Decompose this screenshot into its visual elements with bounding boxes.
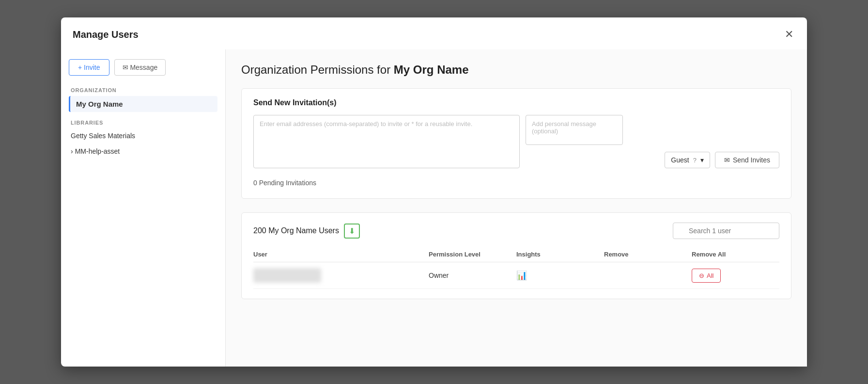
send-invites-label: Send Invites (733, 156, 770, 164)
sidebar-item-org[interactable]: My Org Name (69, 96, 217, 112)
table-header: User Permission Level Insights Remove Re… (253, 247, 779, 262)
invitation-title: Send New Invitation(s) (253, 98, 779, 107)
insights-cell[interactable]: 📊 (516, 270, 604, 281)
sidebar: + Invite ✉ Message ORGANIZATION My Org N… (61, 49, 226, 367)
remove-all-button[interactable]: ⊖ All (692, 269, 721, 283)
libraries-section-label: LIBRARIES (71, 120, 217, 126)
manage-users-modal: Manage Users ✕ + Invite ✉ Message ORGANI… (61, 17, 807, 367)
modal-body: + Invite ✉ Message ORGANIZATION My Org N… (61, 49, 807, 367)
main-content: Organization Permissions for My Org Name… (226, 49, 807, 367)
page-title: Organization Permissions for My Org Name (241, 63, 791, 77)
sidebar-actions: + Invite ✉ Message (69, 59, 217, 76)
modal-header: Manage Users ✕ (61, 17, 807, 49)
invitation-section: Send New Invitation(s) Guest ? ▾ ✉ (241, 88, 791, 199)
role-select[interactable]: Guest ? ▾ (665, 152, 710, 168)
modal-title: Manage Users (73, 29, 139, 40)
table-row: Owner 📊 ⊖ All (253, 262, 779, 289)
email-input[interactable] (253, 115, 520, 168)
users-header: 200 My Org Name Users ⬇ 🔍 (253, 223, 779, 239)
sidebar-item-getty[interactable]: Getty Sales Materials (69, 128, 217, 143)
search-user-input[interactable] (673, 223, 779, 239)
library-label: MM-help-asset (75, 147, 120, 155)
organization-section-label: ORGANIZATION (71, 87, 217, 93)
permission-value: Owner (429, 272, 449, 279)
search-wrapper: 🔍 (673, 223, 779, 239)
envelope-icon: ✉ (724, 156, 730, 164)
users-section: 200 My Org Name Users ⬇ 🔍 User Permissio… (241, 212, 791, 299)
help-icon: ? (693, 157, 697, 164)
user-avatar (253, 268, 321, 283)
col-permission: Permission Level (429, 251, 516, 258)
role-label: Guest (671, 156, 689, 164)
close-button[interactable]: ✕ (783, 27, 795, 42)
invite-button[interactable]: + Invite (69, 59, 109, 76)
users-title: 200 My Org Name Users (253, 226, 339, 235)
chevron-right-icon: › (71, 147, 73, 155)
col-remove: Remove (604, 251, 692, 258)
col-remove-all: Remove All (692, 251, 779, 258)
org-name-bold: My Org Name (394, 63, 469, 76)
pending-invitations: 0 Pending Invitations (253, 174, 779, 187)
libraries-section: LIBRARIES Getty Sales Materials › MM-hel… (69, 120, 217, 159)
col-user: User (253, 251, 429, 258)
message-button[interactable]: ✉ Message (114, 59, 166, 76)
download-button[interactable]: ⬇ (344, 224, 360, 239)
user-cell (253, 268, 429, 283)
sidebar-item-mm[interactable]: › MM-help-asset (69, 144, 217, 159)
send-invites-button[interactable]: ✉ Send Invites (715, 152, 779, 168)
invite-controls: Guest ? ▾ ✉ Send Invites (526, 152, 779, 168)
org-permissions-prefix: Organization Permissions for (241, 63, 394, 76)
permission-cell: Owner (429, 272, 516, 279)
users-title-row: 200 My Org Name Users ⬇ (253, 224, 360, 239)
remove-all-cell: ⊖ All (692, 269, 779, 283)
message-input[interactable] (526, 115, 623, 145)
chevron-down-icon: ▾ (700, 156, 704, 164)
minus-circle-icon: ⊖ (699, 272, 704, 279)
insights-chart-icon[interactable]: 📊 (516, 271, 527, 280)
invite-fields: Guest ? ▾ ✉ Send Invites (253, 115, 779, 168)
col-insights: Insights (516, 251, 604, 258)
remove-all-label: All (707, 272, 713, 279)
